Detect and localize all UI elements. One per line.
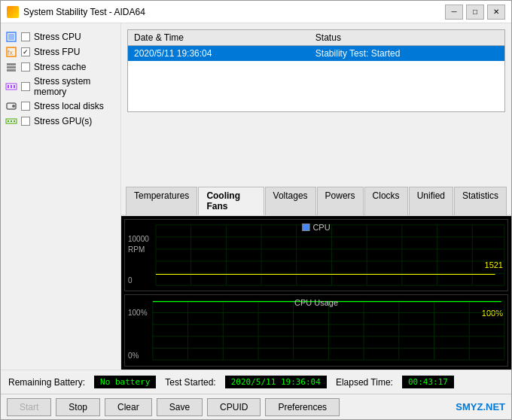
stress-fpu-checkbox[interactable]: ✓ xyxy=(21,47,30,56)
stop-button[interactable]: Stop xyxy=(56,398,100,416)
maximize-button[interactable]: □ xyxy=(466,5,484,20)
log-panel: Date & Time Status 2020/5/11 19:36:04 St… xyxy=(121,23,511,183)
chart-cpu-label: CPU xyxy=(312,223,330,232)
svg-rect-10 xyxy=(14,85,15,88)
clear-button[interactable]: Clear xyxy=(105,398,152,416)
svg-text:fx: fx xyxy=(8,49,14,56)
stress-memory-checkbox[interactable] xyxy=(21,82,30,91)
stress-cpu-label: Stress CPU xyxy=(34,32,81,42)
main-content: Stress CPU fx ✓ Stress FPU Stress cache xyxy=(1,23,511,370)
svg-rect-16 xyxy=(14,120,15,122)
chart-usage-label: CPU Usage xyxy=(294,298,338,307)
stress-disks-checkbox[interactable] xyxy=(21,102,30,111)
window-controls: ─ □ ✕ xyxy=(445,5,505,20)
svg-rect-6 xyxy=(7,69,16,72)
window-title: System Stability Test - AIDA64 xyxy=(23,7,445,17)
save-button[interactable]: Save xyxy=(157,398,203,416)
status-bar: Remaining Battery: No battery Test Start… xyxy=(1,370,511,394)
log-datetime: 2020/5/11 19:36:04 xyxy=(128,46,309,62)
disk-icon xyxy=(5,100,17,112)
cpuid-button[interactable]: CPUID xyxy=(207,398,261,416)
cache-icon xyxy=(5,61,17,73)
stress-gpu-label: Stress GPU(s) xyxy=(34,116,92,126)
fpu-icon: fx xyxy=(5,46,17,58)
svg-rect-1 xyxy=(8,34,14,40)
tab-powers[interactable]: Powers xyxy=(317,187,364,215)
svg-rect-5 xyxy=(7,66,16,68)
elapsed-value: 00:43:17 xyxy=(402,376,454,388)
tab-unified[interactable]: Unified xyxy=(409,187,453,215)
app-icon xyxy=(7,6,19,18)
stress-disks-label: Stress local disks xyxy=(34,101,104,111)
log-col-status: Status xyxy=(309,30,504,46)
chart-cpu-usage: CPU Usage 100% 0% 100% xyxy=(124,294,508,367)
elapsed-label: Elapsed Time: xyxy=(336,377,393,388)
tab-clocks[interactable]: Clocks xyxy=(364,187,408,215)
main-window: System Stability Test - AIDA64 ─ □ ✕ Str… xyxy=(0,0,512,420)
stress-cache-checkbox[interactable] xyxy=(21,62,30,72)
tab-voltages[interactable]: Voltages xyxy=(265,187,316,215)
tab-temperatures[interactable]: Temperatures xyxy=(126,187,197,215)
svg-rect-14 xyxy=(8,120,9,122)
button-bar: Start Stop Clear Save CPUID Preferences … xyxy=(1,394,511,419)
stress-disks-item: Stress local disks xyxy=(5,99,116,114)
stress-memory-label: Stress system memory xyxy=(34,76,116,97)
test-started-value: 2020/5/11 19:36:04 xyxy=(225,376,327,388)
close-button[interactable]: ✕ xyxy=(487,5,505,20)
chart-usage-title: CPU Usage xyxy=(294,298,338,307)
chart-cpu-rpm: CPU 10000 RPM 0 1521 xyxy=(124,219,508,291)
charts-area: CPU 10000 RPM 0 1521 xyxy=(121,216,511,370)
stress-cpu-checkbox[interactable] xyxy=(21,32,30,41)
svg-rect-4 xyxy=(7,63,16,65)
log-col-datetime: Date & Time xyxy=(128,30,309,46)
stress-fpu-item: fx ✓ Stress FPU xyxy=(5,44,116,59)
svg-rect-15 xyxy=(11,120,12,122)
stress-cache-item: Stress cache xyxy=(5,59,116,75)
watermark: SMYZ.NET xyxy=(456,401,505,412)
minimize-button[interactable]: ─ xyxy=(445,5,463,20)
stress-gpu-checkbox[interactable] xyxy=(21,117,30,126)
log-table: Date & Time Status 2020/5/11 19:36:04 St… xyxy=(127,29,505,112)
svg-point-12 xyxy=(12,105,15,108)
log-row: 2020/5/11 19:36:04 Stability Test: Start… xyxy=(128,46,504,62)
tab-cooling[interactable]: Cooling Fans xyxy=(198,187,264,215)
start-button[interactable]: Start xyxy=(7,398,51,416)
battery-value: No battery xyxy=(94,376,156,388)
test-started-label: Test Started: xyxy=(165,377,215,388)
chart-cpu-title: CPU xyxy=(302,223,330,232)
title-bar: System Stability Test - AIDA64 ─ □ ✕ xyxy=(1,1,511,23)
log-status: Stability Test: Started xyxy=(309,46,504,62)
svg-rect-9 xyxy=(11,85,12,88)
cpu-icon xyxy=(5,31,17,43)
cpu-chart-checkbox[interactable] xyxy=(302,224,309,231)
stress-fpu-label: Stress FPU xyxy=(34,47,80,57)
stress-cache-label: Stress cache xyxy=(34,62,86,72)
tabs-container: Temperatures Cooling Fans Voltages Power… xyxy=(121,183,511,216)
stress-memory-item: Stress system memory xyxy=(5,75,116,99)
stress-options-panel: Stress CPU fx ✓ Stress FPU Stress cache xyxy=(1,23,121,370)
gpu-icon xyxy=(5,115,17,127)
battery-label: Remaining Battery: xyxy=(8,377,85,388)
stress-gpu-item: Stress GPU(s) xyxy=(5,114,116,129)
tab-statistics[interactable]: Statistics xyxy=(454,187,507,215)
stress-cpu-item: Stress CPU xyxy=(5,29,116,44)
svg-rect-8 xyxy=(8,85,9,88)
preferences-button[interactable]: Preferences xyxy=(265,398,340,416)
tabs-row: Temperatures Cooling Fans Voltages Power… xyxy=(121,183,511,216)
memory-icon xyxy=(5,81,17,93)
